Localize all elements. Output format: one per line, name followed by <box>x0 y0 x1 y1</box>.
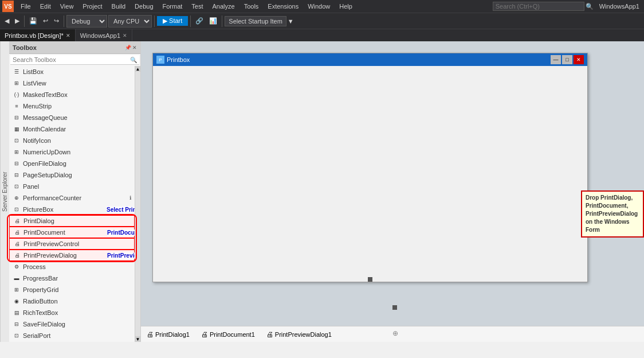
toolbox-close-btn[interactable]: ✕ <box>132 45 137 50</box>
sep3 <box>154 15 155 27</box>
toolbox-item-listbox[interactable]: ☰ ListBox <box>9 66 135 77</box>
toolbox-search-input[interactable] <box>13 56 130 63</box>
server-explorer-tab[interactable]: Server Explorer <box>0 41 9 342</box>
tab-close-1[interactable]: ✕ <box>123 33 127 38</box>
attach-btn[interactable]: 🔗 <box>193 16 206 26</box>
toolbox-item-printpreviewcontrol[interactable]: 🖨 PrintPreviewControl <box>9 238 135 250</box>
redo-btn[interactable]: ↪ <box>52 16 61 26</box>
form-title-icon: P <box>156 56 164 64</box>
menu-bar: VS FileEditViewProjectBuildDebugFormatTe… <box>0 0 644 13</box>
save-btn[interactable]: 💾 <box>27 16 40 26</box>
nav-forward-btn[interactable]: ▶ <box>13 16 22 26</box>
toolbox-item-progressbar[interactable]: ▬ ProgressBar <box>9 273 135 284</box>
startup-dropdown-icon[interactable]: ▼ <box>288 18 294 25</box>
toolbox-item-propertygrid[interactable]: ⊞ PropertyGrid <box>9 284 135 295</box>
menu-item-window[interactable]: Window <box>303 2 335 11</box>
toolbox-item-serialport[interactable]: ⊡ SerialPort <box>9 330 135 341</box>
form-maximize-btn[interactable]: □ <box>562 55 572 64</box>
toolbox-item-maskedtextbox[interactable]: (·) MaskedTextBox <box>9 89 135 100</box>
toolbox-item-savefiledialog[interactable]: ⊟ SaveFileDialog <box>9 318 135 330</box>
tray-icon-0: 🖨 <box>147 330 154 338</box>
item-icon-15: 🖨 <box>13 240 21 248</box>
toolbox-item-performancecounter[interactable]: ⊕ PerformanceCounter ℹ <box>9 192 135 204</box>
item-icon-17: ⚙ <box>13 263 21 271</box>
item-icon-3: ≡ <box>13 102 21 110</box>
tab-0[interactable]: Printbox.vb [Design]*✕ <box>0 29 76 41</box>
toolbox-item-richtextbox[interactable]: ▤ RichTextBox <box>9 307 135 318</box>
design-canvas[interactable]: P Printbox — □ ✕ <box>141 41 644 326</box>
menu-item-extensions[interactable]: Extensions <box>263 2 303 11</box>
menu-item-view[interactable]: View <box>56 2 78 11</box>
toolbox-header: Toolbox 📌 ✕ <box>9 41 140 54</box>
form-body[interactable] <box>153 66 587 282</box>
toolbox-item-listview[interactable]: ⊞ ListView <box>9 77 135 89</box>
item-name-14: PrintDocument <box>23 229 65 236</box>
tray-item-printpreviewdialog1[interactable]: 🖨PrintPreviewDialog1 <box>266 330 332 338</box>
menu-item-format[interactable]: Format <box>158 2 187 11</box>
toolbox-item-process[interactable]: ⚙ Process <box>9 261 135 273</box>
menu-item-tools[interactable]: Tools <box>239 2 264 11</box>
item-name-18: ProgressBar <box>23 275 58 282</box>
scroll-down-btn[interactable]: ▼ <box>135 336 140 342</box>
form-minimize-btn[interactable]: — <box>551 55 561 64</box>
item-icon-5: ▦ <box>13 125 21 133</box>
toolbox-item-radiobutton[interactable]: ◉ RadioButton <box>9 295 135 307</box>
item-name-19: PropertyGrid <box>23 286 58 293</box>
resize-handle-bottom[interactable] <box>368 277 372 282</box>
toolbox-pin-btn[interactable]: 📌 <box>125 45 131 50</box>
scroll-up-btn[interactable]: ▲ <box>135 66 140 72</box>
menu-item-debug[interactable]: Debug <box>130 2 158 11</box>
perf-btn[interactable]: 📊 <box>207 16 219 26</box>
tabs-container: Printbox.vb [Design]*✕WindowsApp1✕ <box>0 29 132 41</box>
toolbox-item-picturebox[interactable]: ⊡ PictureBox Select PrintDialog, <box>9 204 135 215</box>
tooltip-callout: Drop PrintDialog, PrintDocument, PrintPr… <box>581 190 644 238</box>
item-icon-21: ▤ <box>13 309 21 317</box>
resize-handle-corner[interactable] <box>392 305 397 310</box>
item-name-21: RichTextBox <box>23 309 58 316</box>
tray-label-1: PrintDocument1 <box>210 331 255 338</box>
item-name-23: SerialPort <box>23 332 50 339</box>
tray-item-printdialog1[interactable]: 🖨PrintDialog1 <box>147 330 190 338</box>
item-name-22: SaveFileDialog <box>23 321 65 328</box>
config-dropdown[interactable]: Debug Release <box>66 15 107 28</box>
menu-item-build[interactable]: Build <box>107 2 130 11</box>
toolbox-item-pagesetupdialog[interactable]: ⊟ PageSetupDialog <box>9 169 135 181</box>
platform-dropdown[interactable]: Any CPU <box>108 15 152 28</box>
toolbox-item-messagequeue[interactable]: ⊟ MessageQueue <box>9 112 135 123</box>
window-title: WindowsApp1 <box>599 3 639 10</box>
menu-search-input[interactable] <box>493 2 584 11</box>
menu-item-help[interactable]: Help <box>335 2 357 11</box>
tray-label-2: PrintPreviewDialog1 <box>275 331 332 338</box>
form-close-btn[interactable]: ✕ <box>574 55 584 64</box>
toolbox-item-numericupdown[interactable]: ⊞ NumericUpDown <box>9 146 135 158</box>
tab-1[interactable]: WindowsApp1✕ <box>76 29 132 41</box>
nav-back-btn[interactable]: ◀ <box>2 16 11 26</box>
toolbox-item-monthcalendar[interactable]: ▦ MonthCalendar <box>9 123 135 135</box>
toolbox-item-openfiledialog[interactable]: ⊟ OpenFileDialog <box>9 158 135 169</box>
tray-item-printdocument1[interactable]: 🖨PrintDocument1 <box>201 330 255 338</box>
toolbox-item-printpreviewdialog[interactable]: 🖨 PrintPreviewDialog PrintPreviewDialog <box>9 250 135 261</box>
toolbox-panel-inner: ☰ ListBox ⊞ ListView (·) MaskedTextBox ≡… <box>9 66 140 342</box>
tray-items-container: 🖨PrintDialog1🖨PrintDocument1🖨PrintPrevie… <box>147 330 332 338</box>
toolbox-scrollbar[interactable]: ▲ ▼ <box>135 66 140 342</box>
undo-btn[interactable]: ↩ <box>41 16 50 26</box>
item-name-17: Process <box>23 263 46 270</box>
menu-item-test[interactable]: Test <box>187 2 207 11</box>
toolbox-item-printdialog[interactable]: 🖨 PrintDialog <box>9 215 135 227</box>
start-button[interactable]: ▶ Start <box>157 16 188 26</box>
item-name-8: OpenFileDialog <box>23 160 66 167</box>
startup-item-label[interactable]: Select Startup Item <box>225 16 286 26</box>
item-name-3: MenuStrip <box>23 103 52 110</box>
toolbox-item-menustrip[interactable]: ≡ MenuStrip <box>9 100 135 112</box>
menu-item-project[interactable]: Project <box>78 2 107 11</box>
toolbox-item-notifyicon[interactable]: ⊡ NotifyIcon <box>9 135 135 146</box>
toolbox-item-panel[interactable]: ⊡ Panel <box>9 181 135 192</box>
menu-item-file[interactable]: File <box>16 2 36 11</box>
item-name-5: MonthCalendar <box>23 126 66 133</box>
tab-close-0[interactable]: ✕ <box>66 33 70 38</box>
menu-item-analyze[interactable]: Analyze <box>208 2 239 11</box>
sep5 <box>222 15 222 27</box>
toolbox-item-printdocument[interactable]: 🖨 PrintDocument PrintDocument, <box>9 227 135 238</box>
menu-item-edit[interactable]: Edit <box>36 2 56 11</box>
item-icon-16: 🖨 <box>13 251 21 259</box>
